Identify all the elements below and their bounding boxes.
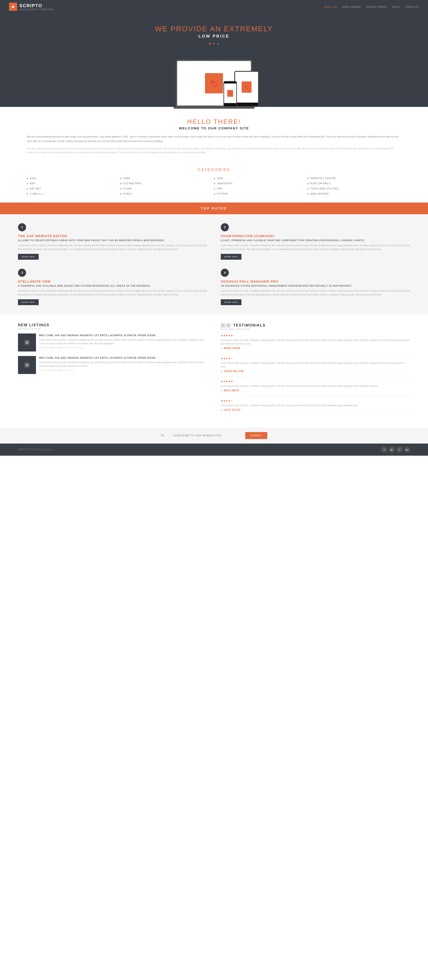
social-rss-icon[interactable]	[389, 447, 395, 453]
cat-python[interactable]: ▶PYTHON	[214, 192, 308, 196]
cat-label-php: PHP	[217, 188, 222, 190]
cat-java[interactable]: ▶JAVA	[214, 177, 308, 180]
intro-section: HELLO THERE! WELCOME TO OUR COMPANY SITE…	[0, 107, 428, 161]
more-info-btn-2[interactable]: MORE INFO	[221, 254, 241, 260]
rated-number-1: 1	[18, 223, 26, 231]
cat-javascript[interactable]: ▶JAVASCRIPT	[214, 181, 308, 185]
cat-label-flash: FLASH	[124, 188, 132, 190]
listing-item-desc-2: Lorem ipsum dolor sit amet, consetetur s…	[39, 361, 207, 368]
cat-label-cfml: CFML	[124, 177, 130, 180]
cat-tools[interactable]: ▶TOOLS AND UTILITIES	[308, 187, 401, 191]
cat-label-webhosting: WEB HOSTING	[311, 192, 329, 195]
listing-item-title-1: MES CUML DIA SED INENIAS INGERTO LOT ERT…	[39, 334, 207, 337]
bottom-section: NEW LISTINGS RESULTS 1-2 OF 40 MES CUML …	[0, 314, 428, 428]
book-icon-large: 🔖	[205, 73, 223, 93]
new-listings-panel: NEW LISTINGS RESULTS 1-2 OF 40 MES CUML …	[18, 323, 207, 418]
listing-meta-1: File: 37423 Bytes | Added: 2015-10-01 02…	[39, 347, 207, 349]
cat-arrow-remotely: ▶	[308, 177, 309, 179]
nav-about[interactable]: ABOUT US	[324, 6, 337, 8]
newsletter-input[interactable]	[173, 434, 241, 437]
footer-copy: SCRIPTO © 2015 | Privacy Policy	[18, 448, 52, 451]
testimonial-author-3: MIKE SMITH	[221, 389, 410, 392]
testimonial-stars-3: ★★★★★	[221, 380, 410, 383]
listing-thumb-2	[18, 356, 36, 374]
social-gplus-icon[interactable]: g+	[404, 447, 410, 453]
listing-item-title-2: MES CUML DIA SED INENIAS INGERTO LOT ERT…	[39, 356, 207, 360]
more-info-btn-1[interactable]: MORE INFO	[18, 254, 39, 260]
cat-label-java: JAVA	[217, 177, 223, 180]
testimonials-next-btn[interactable]: >	[226, 323, 231, 328]
cat-cgi[interactable]: ▶CGI AND PERL	[120, 181, 214, 185]
dot-2[interactable]	[213, 43, 215, 45]
tablet-screen: 🔖	[235, 72, 258, 103]
cat-arrow-java: ▶	[214, 177, 216, 179]
new-listings-sub: RESULTS 1-2 OF 40	[18, 328, 207, 330]
testimonial-text-1: Lorem ipsum dolor sit amet, consetetur s…	[221, 339, 410, 346]
cat-remotely[interactable]: ▶REMOTELY HOSTED	[308, 177, 401, 180]
cat-ruby[interactable]: ▶RUBY ON RAILS	[308, 181, 401, 185]
intro-text-secondary: We offer content management systems that…	[27, 147, 401, 154]
nav-most-viewed[interactable]: MOST VIEWED	[342, 6, 361, 8]
listing-item-2: MES CUML DIA SED INENIAS INGERTO LOT ERT…	[18, 356, 207, 374]
cat-html5[interactable]: ▶HTML5	[120, 192, 214, 196]
testimonials-nav: < >	[221, 323, 231, 328]
rated-subtitle-4: AN ADVANCED VOTING BOOTH/POLL MANAGEMENT…	[221, 285, 410, 287]
laptop-base	[174, 107, 254, 109]
cat-cfml[interactable]: ▶CFML	[120, 177, 214, 180]
cat-php[interactable]: ▶PHP	[214, 187, 308, 191]
rated-desc-3: Lorem ipsum dolor sit amet, consetetur s…	[18, 289, 207, 297]
cat-arrow-webhosting: ▶	[308, 193, 309, 195]
cat-webhosting[interactable]: ▶WEB HOSTING	[308, 192, 401, 196]
cat-flash[interactable]: ▶FLASH	[120, 187, 214, 191]
footer-left: SCRIPTO © 2015 | Privacy Policy	[18, 448, 52, 451]
cat-ajax[interactable]: ▶AJAX	[27, 177, 120, 180]
cat-arrow-ruby: ▶	[308, 183, 309, 185]
listing-thumb-1	[18, 334, 36, 352]
cat-candc[interactable]: ▶C AND C++	[27, 192, 120, 196]
testimonial-text-4: Lorem ipsum dolor sit amet, consetetur s…	[221, 404, 410, 407]
navbar: ■ SCRIPTO ONLINE SCRIPTS DIRECTORY ABOUT…	[0, 0, 428, 13]
social-twitter-icon[interactable]: t	[396, 447, 403, 453]
newsletter-submit-btn[interactable]: SUBMIT	[245, 432, 267, 439]
testimonial-stars-1: ★★★★★	[221, 334, 410, 337]
hero-dots	[5, 42, 423, 45]
cat-label-html5: HTML5	[124, 192, 132, 195]
dot-1[interactable]	[209, 43, 211, 45]
intro-title: HELLO THERE!	[27, 118, 401, 125]
rated-item-3: 3 STELLARITE CRM A POWERFUL AND SCALABLE…	[18, 269, 207, 305]
cat-asp[interactable]: ▶ASP	[27, 181, 120, 185]
newsletter-section: ✉ SUBMIT	[0, 428, 428, 444]
more-info-btn-3[interactable]: MORE INFO	[18, 299, 39, 305]
hero-section: WE PROVIDE AN EXTREMELY LOW PRICE 🔖 🔖 🔖	[0, 13, 428, 107]
cat-arrow-html5: ▶	[120, 193, 122, 195]
testimonial-stars-2: ★★★★☆	[221, 357, 410, 360]
testimonial-text-2: Lorem ipsum dolor sit amet, consetetur s…	[221, 361, 410, 369]
intro-subtitle: WELCOME TO OUR COMPANY SITE	[27, 126, 401, 130]
cat-aspnet[interactable]: ▶ASP NET	[27, 187, 120, 191]
logo: ■ SCRIPTO ONLINE SCRIPTS DIRECTORY	[9, 3, 54, 11]
more-info-btn-4[interactable]: MORE INFO	[221, 299, 241, 305]
cat-label-ruby: RUBY ON RAILS	[311, 182, 331, 185]
new-listings-title: NEW LISTINGS	[18, 323, 207, 327]
social-facebook-icon[interactable]: f	[381, 447, 387, 453]
cat-label-python: PYTHON	[217, 192, 228, 195]
phone-screen: 🔖	[224, 83, 236, 103]
dot-3[interactable]	[217, 43, 219, 45]
cat-arrow-ajax: ▶	[27, 177, 29, 179]
nav-highest-rated[interactable]: HIGHEST RATED	[366, 6, 387, 8]
nav-links: ABOUT US MOST VIEWED HIGHEST RATED BLOG …	[324, 5, 419, 8]
nav-contacts[interactable]: CONTACTS	[405, 6, 419, 8]
rated-number-2: 2	[221, 223, 229, 231]
cat-arrow-php: ▶	[214, 188, 216, 190]
listing-meta-2: File: 37423 Bytes | Added: 2015-10-01	[39, 369, 207, 371]
listing-item-1: MES CUML DIA SED INENIAS INGERTO LOT ERT…	[18, 334, 207, 352]
testimonials-header-row: < > TESTIMONIALS	[221, 323, 410, 328]
testimonials-prev-btn[interactable]: <	[221, 323, 225, 328]
book-icon-phone: 🔖	[227, 90, 233, 97]
listing-content-2: MES CUML DIA SED INENIAS INGERTO LOT ERT…	[39, 356, 207, 374]
cat-label-candc: C AND C++	[30, 192, 44, 195]
cat-label-js: JAVASCRIPT	[217, 182, 233, 185]
rated-title-1: TDE ASP WEBSITE EDITOR	[18, 234, 207, 238]
nav-blog[interactable]: BLOG	[393, 6, 399, 8]
svg-point-2	[391, 450, 392, 450]
